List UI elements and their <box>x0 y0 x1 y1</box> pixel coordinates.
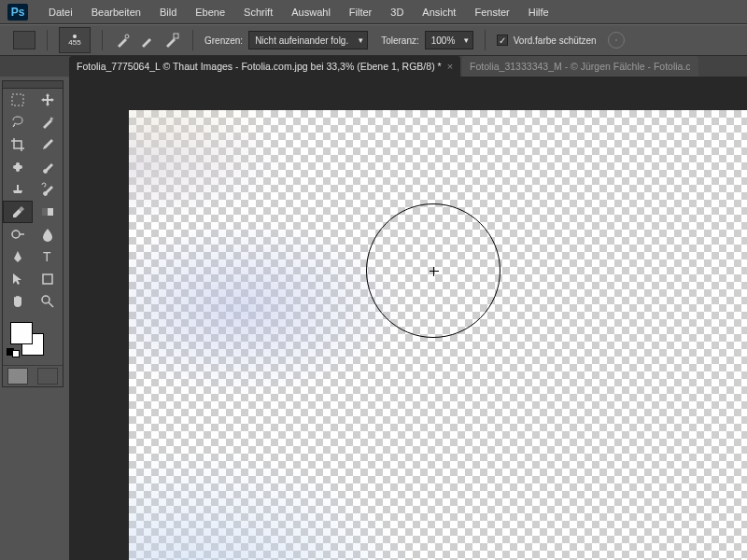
zoom-tool[interactable] <box>33 290 63 313</box>
document-area: Fotolia_7775064_L © Thaut Images - Fotol… <box>69 77 747 560</box>
toleranz-select[interactable]: 100% <box>425 31 473 49</box>
menu-filter[interactable]: Filter <box>340 3 381 21</box>
tab-2-label: Fotolia_31333343_M - © Jürgen Fälchle - … <box>470 61 691 72</box>
toolbox: T <box>2 80 63 387</box>
toolbox-grip[interactable] <box>3 81 63 89</box>
svg-rect-2 <box>12 94 23 105</box>
eyedropper-tool[interactable] <box>33 133 63 156</box>
svg-rect-4 <box>16 162 20 172</box>
menu-bild[interactable]: Bild <box>150 3 186 21</box>
menu-hilfe[interactable]: Hilfe <box>519 3 558 21</box>
hand-tool[interactable] <box>3 290 33 313</box>
menu-bearbeiten[interactable]: Bearbeiten <box>82 3 150 21</box>
lasso-tool[interactable] <box>3 111 33 133</box>
svg-text:T: T <box>43 249 51 264</box>
sampling-continuous-icon[interactable] <box>114 32 133 49</box>
magic-wand-tool[interactable] <box>33 111 63 133</box>
brush-preset-picker[interactable]: 455 <box>59 27 91 53</box>
svg-rect-6 <box>42 208 48 216</box>
grenzen-label: Grenzen: <box>204 35 243 46</box>
tab-1[interactable]: Fotolia_7775064_L © Thaut Images - Fotol… <box>69 56 460 77</box>
color-swatches[interactable] <box>3 320 63 365</box>
svg-rect-1 <box>174 34 178 38</box>
gradient-tool[interactable] <box>33 201 63 223</box>
sampling-once-icon[interactable] <box>138 32 157 49</box>
tab-2[interactable]: Fotolia_31333343_M - © Jürgen Fälchle - … <box>462 56 698 77</box>
type-tool[interactable]: T <box>33 245 63 268</box>
shape-tool[interactable] <box>33 268 63 290</box>
sampling-swatch-icon[interactable] <box>162 32 181 49</box>
crop-tool[interactable] <box>3 133 33 156</box>
menu-datei[interactable]: Datei <box>39 3 82 21</box>
quick-mask-button[interactable] <box>7 368 28 385</box>
brush-cursor-cross <box>430 267 439 276</box>
menu-auswahl[interactable]: Auswahl <box>282 3 340 21</box>
tab-bar: Fotolia_7775064_L © Thaut Images - Fotol… <box>0 56 747 77</box>
toleranz-label: Toleranz: <box>381 35 419 46</box>
menu-3d[interactable]: 3D <box>381 3 413 21</box>
menu-ebene[interactable]: Ebene <box>186 3 234 21</box>
pressure-target-icon[interactable] <box>608 32 625 49</box>
blur-tool[interactable] <box>33 223 63 245</box>
svg-point-0 <box>125 35 129 38</box>
history-brush-tool[interactable] <box>33 178 63 201</box>
tab-1-label: Fotolia_7775064_L © Thaut Images - Fotol… <box>77 61 442 72</box>
path-selection-tool[interactable] <box>3 268 33 290</box>
healing-brush-tool[interactable] <box>3 156 33 178</box>
menu-bar: Ps Datei Bearbeiten Bild Ebene Schrift A… <box>0 0 747 24</box>
menu-schrift[interactable]: Schrift <box>234 3 282 21</box>
tab-1-close-icon[interactable]: × <box>447 61 453 72</box>
pen-tool[interactable] <box>3 245 33 268</box>
protect-foreground-checkbox[interactable]: ✓ <box>497 35 508 46</box>
brush-tool[interactable] <box>33 156 63 178</box>
protect-foreground-label: Vord.farbe schützen <box>514 35 597 46</box>
svg-rect-9 <box>43 274 52 284</box>
default-colors-icon[interactable] <box>7 348 20 357</box>
clone-stamp-tool[interactable] <box>3 178 33 201</box>
move-tool[interactable] <box>33 89 63 111</box>
app-logo: Ps <box>7 4 28 21</box>
canvas[interactable] <box>129 110 747 560</box>
svg-point-10 <box>42 296 49 303</box>
tool-preset-picker[interactable] <box>13 31 35 49</box>
svg-point-7 <box>12 231 20 238</box>
options-bar: 455 Grenzen: Nicht aufeinander folg. Tol… <box>0 24 747 56</box>
foreground-color-swatch[interactable] <box>10 322 33 344</box>
menu-fenster[interactable]: Fenster <box>465 3 518 21</box>
marquee-tool[interactable] <box>3 89 33 111</box>
dodge-tool[interactable] <box>3 223 33 245</box>
menu-ansicht[interactable]: Ansicht <box>413 3 465 21</box>
background-eraser-tool[interactable] <box>3 201 33 223</box>
screen-mode-button[interactable] <box>37 368 58 385</box>
brush-size-label: 455 <box>68 38 80 47</box>
grenzen-select[interactable]: Nicht aufeinander folg. <box>248 31 368 49</box>
